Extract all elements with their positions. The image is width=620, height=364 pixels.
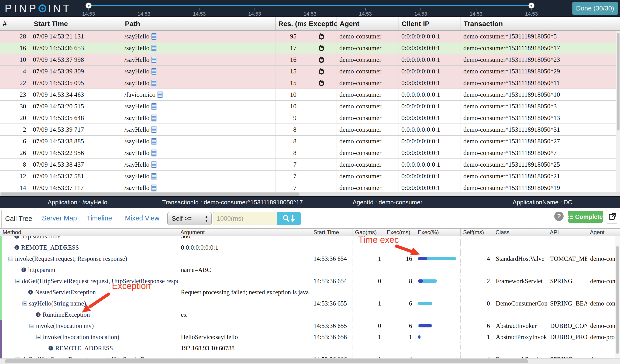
transaction-row[interactable]: 2307/09 14:53:34 463/favicon.ico10demo-c… — [0, 89, 620, 101]
ct-cell-method: invoke(Invocation inv) — [0, 320, 178, 331]
calltree-row[interactable]: ihttp.status.code500 — [0, 236, 620, 242]
path-detail-icon[interactable] — [152, 115, 156, 121]
transaction-row[interactable]: 1007/09 14:53:37 998/sayHello16demo-cons… — [0, 54, 620, 66]
calltree-row[interactable]: iNestedServletExceptionRequest processin… — [0, 287, 620, 298]
calltree-header-class[interactable]: Class — [493, 229, 547, 236]
txn-header-transaction[interactable]: Transaction — [461, 17, 620, 30]
transaction-row[interactable]: 1207/09 14:53:37 581/sayHello7demo-consu… — [0, 171, 620, 182]
txn-header-res-ms[interactable]: Res. (ms) ↓ — [275, 17, 306, 30]
path-detail-icon[interactable] — [152, 68, 156, 75]
path-detail-icon[interactable] — [152, 103, 156, 109]
calltree-row[interactable]: iREMOTE_ADDRESS192.168.93.10:60788 — [0, 343, 620, 354]
open-in-new-window-button[interactable] — [606, 210, 618, 224]
calltree-row[interactable]: doGet(HttpServletRequest request, HttpSe… — [0, 275, 620, 287]
ct-cell-method: doGet(HttpServletRequest request, HttpSe… — [0, 275, 178, 287]
path-detail-icon[interactable] — [152, 126, 156, 133]
path-detail-icon[interactable] — [152, 173, 156, 180]
calltree-row[interactable]: iREMOTE_ADDRESS0:0:0:0:0:0:0:1 — [0, 242, 620, 253]
txn-header-client-ip[interactable]: Client IP — [399, 17, 461, 30]
tab-call-tree[interactable]: Call Tree — [1, 209, 36, 228]
ct-cell-start-time: 14:53:36 656 — [311, 331, 352, 343]
txn-header-exception[interactable]: Exception — [306, 17, 337, 30]
transaction-row[interactable]: 2607/09 14:53:22 956/sayHello8demo-consu… — [0, 147, 620, 159]
transaction-vscrollbar-thumb[interactable] — [617, 33, 620, 131]
time-tick: 14:53 — [462, 8, 490, 17]
calltree-header-start-time[interactable]: Start Time — [311, 229, 352, 236]
transaction-row[interactable]: 2007/09 14:53:35 648/sayHello9demo-consu… — [0, 112, 620, 124]
time-tick: 14:53 — [241, 8, 269, 17]
calltree-vscrollbar-thumb[interactable] — [616, 246, 619, 354]
calltree-header-self-ms-[interactable]: Self(ms) — [460, 229, 493, 236]
path-detail-icon[interactable] — [152, 45, 156, 51]
ct-cell-exec-pct — [415, 275, 460, 287]
calltree-row[interactable]: sayHello(String name)14:53:36 655160Demo… — [0, 298, 620, 309]
path-detail-icon[interactable] — [152, 80, 156, 86]
calltree-header-agent[interactable]: Agent — [587, 229, 620, 236]
txn-header-agent[interactable]: Agent — [337, 17, 399, 30]
search-button[interactable] — [277, 212, 301, 225]
path-detail-icon[interactable] — [152, 162, 156, 168]
done-button[interactable]: Done (30/30) — [572, 2, 618, 15]
exec-total-bar — [418, 302, 432, 305]
calltree-row[interactable]: doGet(HttpServletRequest request, HttpSe… — [0, 354, 620, 358]
ct-cell-exec-pct — [415, 309, 460, 320]
tick-label: 14:53 — [138, 11, 150, 17]
method-label: doGet(HttpServletRequest request, HttpSe… — [22, 277, 178, 285]
calltree-hscrollbar-thumb[interactable] — [5, 359, 528, 363]
transaction-hscrollbar-thumb[interactable] — [0, 193, 299, 196]
tab-timeline[interactable]: Timeline — [87, 208, 112, 228]
tab-server-map[interactable]: Server Map — [42, 208, 77, 228]
txn-cell-start-time: 07/09 14:53:35 095 — [31, 77, 122, 89]
calltree-header-argument[interactable]: Argument — [178, 229, 311, 236]
help-icon[interactable]: ? — [554, 212, 564, 221]
ct-cell-api: SPRING — [547, 275, 587, 287]
collapse-icon[interactable] — [29, 324, 34, 328]
collapse-icon[interactable] — [36, 335, 41, 339]
txn-header-num[interactable]: # — [0, 17, 31, 30]
self-filter-select[interactable]: Self >= ▲▼ — [167, 212, 212, 225]
ct-cell-exec-ms — [384, 309, 415, 320]
ct-cell-gap-ms — [352, 343, 384, 354]
ct-cell-gap-ms — [352, 309, 384, 320]
transaction-row[interactable]: 407/09 14:53:39 309/sayHello15demo-consu… — [0, 66, 620, 77]
path-detail-icon[interactable] — [152, 57, 156, 63]
path-detail-icon[interactable] — [157, 91, 162, 98]
exec-self-bar — [418, 335, 420, 339]
calltree-header-api[interactable]: API — [547, 229, 587, 236]
txn-cell-transaction: demo-consumer^1531118918050^23 — [461, 54, 620, 65]
ct-cell-argument: name=ABC — [178, 264, 311, 275]
tab-mixed-view[interactable]: Mixed View — [125, 208, 159, 228]
collapse-icon[interactable] — [22, 301, 27, 306]
calltree-row[interactable]: invoke(Invocation invocation)HelloServic… — [0, 331, 620, 343]
calltree-header-exec-[interactable]: Exec(%) — [415, 229, 460, 236]
path-detail-icon[interactable] — [152, 33, 156, 40]
calltree-row[interactable]: invoke(Request request, Response respons… — [0, 253, 620, 264]
transaction-row[interactable]: 2807/09 14:53:21 131/sayHello95demo-cons… — [0, 31, 620, 42]
tick-mark-icon — [199, 8, 200, 11]
txn-cell-res-ms: 16 — [275, 54, 306, 65]
transaction-row[interactable]: 807/09 14:53:38 437/sayHello7demo-consum… — [0, 159, 620, 171]
transaction-row[interactable]: 607/09 14:53:38 885/sayHello8demo-consum… — [0, 136, 620, 147]
calltree-row[interactable]: ihttp.paramname=ABC — [0, 264, 620, 275]
collapse-icon[interactable] — [16, 279, 20, 283]
path-detail-icon[interactable] — [152, 150, 156, 156]
select-updown-icon: ▲▼ — [205, 215, 208, 223]
txn-header-start-time[interactable]: Start Time — [31, 17, 122, 30]
transaction-row[interactable]: 1407/09 14:53:37 117/sayHello7demo-consu… — [0, 182, 620, 192]
path-detail-icon[interactable] — [152, 185, 156, 191]
ct-cell-argument — [178, 275, 311, 287]
transaction-row[interactable]: 207/09 14:53:39 717/sayHello8demo-consum… — [0, 124, 620, 136]
path-detail-icon[interactable] — [152, 138, 156, 144]
ct-cell-class: AbstractProxyInvoker — [493, 331, 547, 343]
tick-mark-icon — [476, 8, 476, 11]
calltree-header-method[interactable]: Method — [0, 229, 178, 236]
transaction-row[interactable]: 2207/09 14:53:35 095/sayHello15demo-cons… — [0, 77, 620, 89]
calltree-row[interactable]: iRuntimeExceptionex — [0, 309, 620, 320]
ms-threshold-input[interactable] — [213, 212, 277, 225]
transaction-row[interactable]: 1607/09 14:53:36 653/sayHello17demo-cons… — [0, 42, 620, 54]
txn-header-path[interactable]: Path — [122, 17, 275, 30]
transaction-row[interactable]: 3007/09 14:53:20 515/sayHello10demo-cons… — [0, 101, 620, 112]
collapse-icon[interactable] — [8, 257, 13, 261]
complete-button[interactable]: Complete — [568, 211, 603, 223]
calltree-row[interactable]: invoke(Invocation inv)14:53:36 655066Abs… — [0, 320, 620, 331]
